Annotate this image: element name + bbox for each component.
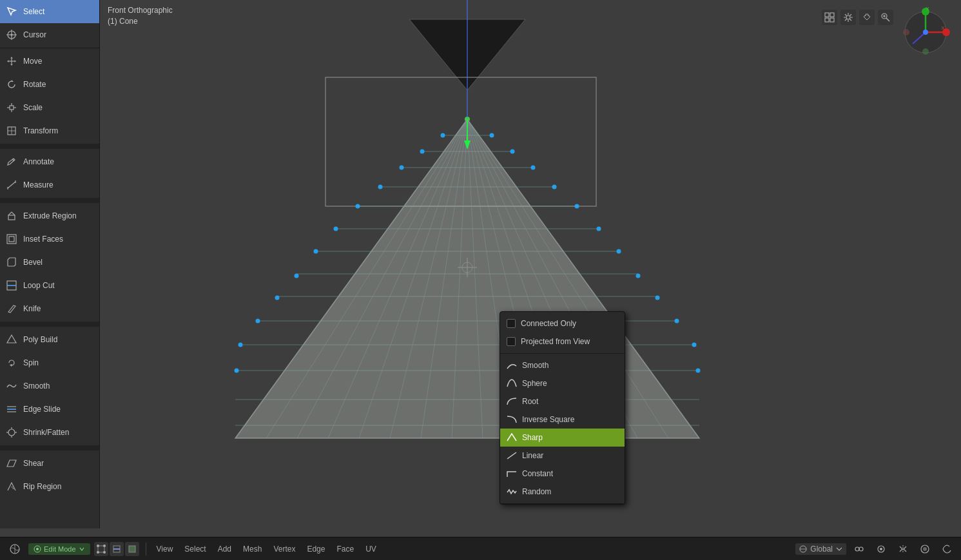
tool-transform[interactable]: Transform [0, 119, 99, 142]
select-icon [5, 5, 18, 18]
vertex-menu[interactable]: Vertex [269, 543, 299, 555]
svg-rect-19 [7, 235, 16, 244]
tool-smooth-label: Smooth [23, 381, 50, 391]
tool-select[interactable]: Select [0, 0, 99, 23]
view-menu[interactable]: View [153, 543, 177, 555]
edge-mode-btn[interactable] [110, 542, 124, 556]
dropdown-checkboxes-section: Connected Only Projected from View [500, 312, 625, 354]
tool-smooth[interactable]: Smooth [0, 374, 99, 398]
zoom-btn[interactable] [878, 10, 893, 25]
tool-annotate-label: Annotate [23, 157, 54, 166]
bevel-icon [5, 256, 18, 269]
svg-rect-100 [825, 18, 829, 22]
tool-inset-faces[interactable]: Inset Faces [0, 227, 99, 251]
inverse-square-curve-icon [507, 414, 517, 425]
projected-view-checkbox[interactable] [507, 337, 516, 346]
settings-btn[interactable] [840, 10, 856, 25]
dropdown-sharp[interactable]: Sharp [500, 429, 625, 447]
add-label: Add [218, 545, 231, 554]
dropdown-linear[interactable]: Linear [500, 447, 625, 465]
tool-bevel[interactable]: Bevel [0, 251, 99, 274]
svg-point-77 [575, 204, 579, 209]
tool-inset-faces-label: Inset Faces [23, 235, 63, 244]
tool-cursor-label: Cursor [23, 30, 46, 39]
tool-rip-region-label: Rip Region [23, 482, 61, 491]
tool-knife[interactable]: Knife [0, 297, 99, 320]
svg-marker-23 [7, 335, 16, 343]
svg-point-74 [378, 185, 383, 189]
inset-faces-icon [5, 233, 18, 246]
face-mode-btn[interactable] [125, 542, 139, 556]
dropdown-connected-only[interactable]: Connected Only [500, 314, 625, 333]
tool-edge-slide[interactable]: Edge Slide [0, 398, 99, 421]
tool-cursor[interactable]: Cursor [0, 23, 99, 46]
connected-only-label: Connected Only [521, 319, 576, 328]
tool-annotate[interactable]: Annotate [0, 150, 99, 173]
svg-point-80 [314, 249, 318, 254]
tool-loop-cut[interactable]: Loop Cut [0, 274, 99, 297]
tool-measure[interactable]: Measure [0, 173, 99, 197]
tool-shrink-fatten[interactable]: Shrink/Fatten [0, 421, 99, 444]
constant-curve-icon [507, 468, 517, 479]
proportional-btn[interactable] [850, 543, 868, 555]
mode-label: Edit Mode [44, 545, 76, 553]
dropdown-root[interactable]: Root [500, 392, 625, 410]
tool-rip-region[interactable]: Rip Region [0, 475, 99, 498]
sharp-curve-icon [507, 432, 517, 443]
dropdown-constant[interactable]: Constant [500, 465, 625, 483]
tool-measure-label: Measure [23, 180, 53, 189]
scene-icon-btn[interactable] [5, 542, 24, 556]
tool-shear[interactable]: Shear [0, 452, 99, 475]
snap-btn[interactable] [872, 543, 890, 555]
mirror-btn[interactable] [894, 543, 912, 555]
edge-label: Edge [307, 545, 325, 554]
edit-mode-btn[interactable]: Edit Mode [28, 543, 90, 555]
dropdown-sphere[interactable]: Sphere [500, 374, 625, 392]
tool-scale[interactable]: Scale [0, 96, 99, 119]
viewport-mode-icons [94, 542, 139, 556]
svg-point-79 [597, 227, 601, 231]
face-menu[interactable]: Face [333, 543, 358, 555]
pan-btn[interactable] [859, 10, 875, 25]
uv-menu[interactable]: UV [362, 543, 380, 555]
tool-extrude-region[interactable]: Extrude Region [0, 204, 99, 227]
mesh-menu[interactable]: Mesh [239, 543, 266, 555]
svg-point-68 [441, 133, 445, 138]
svg-point-137 [880, 548, 882, 550]
svg-point-126 [97, 551, 99, 554]
dropdown-smooth[interactable]: Smooth [500, 356, 625, 374]
bottom-bar: Edit Mode View [0, 537, 961, 560]
linear-option-label: Linear [522, 451, 543, 460]
dropdown-projected-view[interactable]: Projected from View [500, 333, 625, 351]
overlay-btn[interactable] [916, 543, 934, 555]
random-curve-icon [507, 487, 517, 497]
tool-spin-label: Spin [23, 358, 39, 367]
global-btn[interactable]: Global [795, 543, 846, 555]
edge-menu[interactable]: Edge [303, 543, 329, 555]
transform-icon [5, 124, 18, 137]
svg-text:X: X [941, 25, 945, 31]
vertex-mode-btn[interactable] [94, 542, 108, 556]
add-menu[interactable]: Add [214, 543, 235, 555]
svg-rect-20 [9, 237, 14, 242]
tool-rotate[interactable]: Rotate [0, 73, 99, 96]
select-menu[interactable]: Select [180, 543, 209, 555]
tool-poly-build-label: Poly Build [23, 335, 57, 344]
connected-only-checkbox[interactable] [507, 319, 516, 328]
viewport-gizmo[interactable]: X Y [900, 6, 951, 58]
dropdown-popup: Connected Only Projected from View Smoot… [500, 311, 625, 505]
shading-btn[interactable] [938, 543, 956, 555]
cursor-icon [5, 28, 18, 41]
toolbar-left: Select Cursor Move [0, 0, 100, 528]
tool-move[interactable]: Move [0, 50, 99, 73]
dropdown-random[interactable]: Random [500, 483, 625, 501]
sphere-curve-icon [507, 378, 517, 389]
dropdown-inverse-square[interactable]: Inverse Square [500, 410, 625, 429]
grid-view-btn[interactable] [822, 10, 837, 25]
root-curve-icon [507, 396, 517, 407]
tool-poly-build[interactable]: Poly Build [0, 328, 99, 351]
mesh-label: Mesh [243, 545, 262, 554]
tool-transform-label: Transform [23, 126, 58, 135]
svg-point-115 [903, 29, 909, 35]
tool-spin[interactable]: Spin [0, 351, 99, 374]
